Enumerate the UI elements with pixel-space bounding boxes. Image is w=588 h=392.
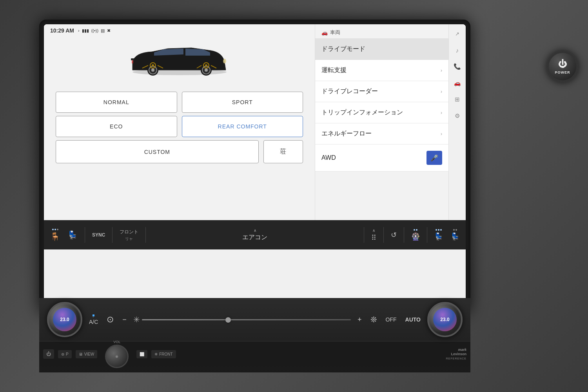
dot1 [453, 229, 455, 231]
menu-item-drive-mode[interactable]: ドライブモード [315, 39, 448, 60]
fan-speed-icon: ❊ [370, 315, 377, 324]
music-icon[interactable]: ♪ [450, 43, 465, 57]
svg-point-16 [223, 59, 226, 63]
sync-label: SYNC [92, 232, 105, 238]
defroster-icon: ❄ [154, 352, 158, 356]
car-image-area [44, 37, 315, 88]
menu-header: 🚗 車両 [315, 24, 448, 39]
svg-rect-15 [131, 58, 134, 60]
view-button[interactable]: 🖥 VIEW [76, 350, 98, 358]
recirculate-ctrl-icon: ⊙ [107, 314, 114, 325]
phone-icon[interactable]: 📞 [450, 60, 465, 74]
sync-button[interactable]: SYNC [90, 231, 107, 239]
ac-indicator: · [93, 314, 94, 316]
svg-rect-17 [132, 60, 133, 63]
ac-controls-row: 23.0 · A/C ⊙ − ✳ [39, 298, 470, 341]
menu-item-trip-info[interactable]: トリップインフォメーション › [315, 102, 448, 123]
dot3 [57, 229, 58, 230]
separator-2 [112, 227, 113, 243]
left-temp-knob[interactable]: 23.0 [47, 302, 82, 337]
seat-ventilate-left-icon: 💺 [68, 230, 78, 240]
rear-seat-heat2-icon: 💺 [451, 232, 459, 241]
fan-speed-icon-button[interactable]: ❊ [368, 313, 379, 326]
eco-mode-button[interactable]: ECO [56, 116, 177, 137]
car-console: 10:29 AM › ▮▮▮ ((•)) ▤ ✖ [0, 0, 588, 392]
sport-mode-button[interactable]: SPORT [182, 92, 303, 113]
seat-ventilate-left-button[interactable]: 💺 [65, 229, 80, 241]
brand-line2: Levinson [446, 352, 466, 357]
steering-heat-button[interactable]: 🎡 [409, 228, 422, 242]
apps-icon[interactable]: ⊞ [450, 92, 465, 107]
seat-heat-left-icon: 🪑 [50, 232, 60, 241]
front-defroster-label: FRONT [159, 352, 172, 356]
hvac-strip: 🪑 💺 SYNC フロント リャ ∧ エアコン [44, 220, 466, 249]
menu-item-energy-flow[interactable]: エネルギーフロー › [315, 123, 448, 145]
fan-minus-button[interactable]: − [120, 314, 129, 326]
auto-button[interactable]: AUTO [403, 314, 423, 325]
menu-item-driving-support[interactable]: 運転支援 › [315, 60, 448, 81]
mode-row-3: CUSTOM 荘 [56, 140, 303, 163]
recirculate-ctrl-button[interactable]: ⊙ [105, 313, 116, 327]
screen-cast-icon: ⬜ [140, 352, 144, 356]
left-panel: 10:29 AM › ▮▮▮ ((•)) ▤ ✖ [44, 24, 315, 220]
ac-button[interactable]: · A/C [87, 313, 100, 327]
seat-heat-left-button[interactable]: 🪑 [48, 227, 62, 243]
power-circle-icon: ⏻ [46, 351, 51, 357]
menu-item-awd[interactable]: AWD 🎤 [315, 145, 448, 172]
rear-comfort-mode-button[interactable]: REAR COMFORT [182, 116, 303, 137]
menu-item-label: エネルギーフロー [321, 130, 372, 138]
menu-item-drive-recorder[interactable]: ドライブレコーダー › [315, 81, 448, 102]
rear-seat-heat-icon: 💺 [434, 232, 443, 241]
screen-main-area: 10:29 AM › ▮▮▮ ((•)) ▤ ✖ [44, 24, 466, 220]
vol-knob[interactable]: ◉ [105, 345, 129, 368]
off-button[interactable]: OFF [384, 314, 399, 325]
auto-label: AUTO [405, 316, 421, 323]
power-symbol: ⏻ [558, 59, 567, 69]
settings-gear-icon[interactable]: ⚙ [450, 109, 465, 123]
mode-settings-button[interactable]: 荘 [263, 140, 303, 163]
custom-mode-button[interactable]: CUSTOM [56, 140, 259, 163]
right-temp-knob[interactable]: 23.0 [427, 302, 463, 337]
dot3 [440, 229, 442, 231]
svg-point-10 [205, 64, 207, 67]
fan-speed-slider[interactable]: ✳ [133, 315, 351, 324]
vehicle-icon: 🚗 [321, 30, 328, 36]
screen-cast-button[interactable]: ⬜ [136, 350, 147, 358]
mic-button[interactable]: 🎤 [426, 151, 442, 165]
chevron-icon: › [441, 131, 442, 137]
side-icons-panel: ↗ ♪ 📞 🚗 ⊞ ⚙ [448, 24, 466, 220]
dot1 [436, 229, 437, 231]
left-temp-display: 23.0 [53, 308, 76, 331]
vol-knob-icon: ◉ [115, 354, 118, 358]
normal-mode-button[interactable]: NORMAL [56, 92, 177, 113]
rear-seat-heat2-button[interactable]: 💺 [448, 228, 462, 242]
dot2 [416, 229, 417, 231]
fan-plus-button[interactable]: + [356, 314, 364, 326]
recirculate-button[interactable]: ↺ [388, 229, 399, 241]
svg-point-6 [205, 69, 208, 72]
monitor-icon: 🖥 [79, 352, 83, 356]
wireless-icon: ✖ [107, 28, 111, 33]
separator-1 [85, 227, 85, 243]
svg-point-8 [152, 64, 154, 67]
minus-icon: − [122, 316, 127, 324]
grid-button[interactable]: ∧ ⠿ [369, 227, 379, 244]
front-defroster-button[interactable]: ❄ FRONT [151, 350, 176, 358]
aircon-button[interactable]: ∧ エアコン [151, 227, 359, 243]
front-rear-button[interactable]: フロント リャ [117, 227, 141, 243]
left-temp-value: 23.0 [60, 317, 69, 322]
power-on-off-button[interactable]: ⏻ [43, 349, 54, 359]
rear-seat-heat-button[interactable]: 💺 [432, 228, 445, 242]
right-temp-display: 23.0 [433, 308, 457, 331]
view-label: VIEW [84, 352, 94, 356]
grid-icon: ⠿ [371, 233, 376, 242]
steering-p-button[interactable]: ⊚ P [58, 350, 72, 358]
brand-logo: mark Levinson REFERENCE [446, 348, 466, 360]
vol-knob-area: VOL ◉ [105, 340, 129, 368]
power-label: POWER [555, 70, 570, 74]
p-label: P [66, 352, 69, 356]
vehicle-menu-icon[interactable]: 🚗 [450, 76, 465, 90]
menu-item-label: AWD [321, 154, 336, 161]
power-button[interactable]: ⏻ POWER [547, 51, 578, 82]
nav-icon[interactable]: ↗ [450, 27, 465, 41]
